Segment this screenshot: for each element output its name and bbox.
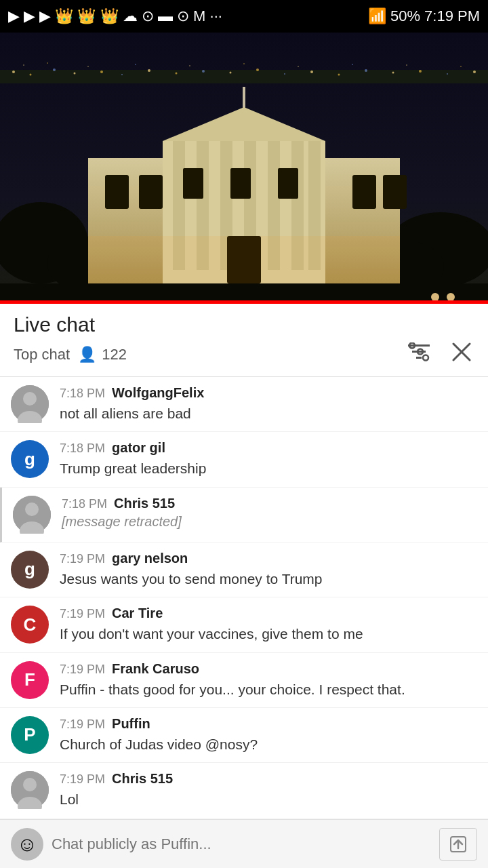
avatar: [11, 771, 49, 809]
video-progress-bar: [0, 300, 488, 304]
person-icon: 👤: [78, 346, 96, 363]
svg-rect-1: [0, 70, 488, 83]
message-text: Puffin - thats good for you... your choi…: [60, 682, 405, 697]
emoji-icon: ☺: [17, 833, 38, 856]
svg-rect-46: [105, 175, 129, 209]
chat-title: Live chat: [14, 313, 474, 336]
message-time: 7:19 PM: [60, 717, 105, 732]
svg-point-73: [23, 778, 37, 791]
svg-point-15: [338, 74, 340, 76]
viewer-count: 122: [102, 346, 127, 363]
svg-point-27: [298, 66, 299, 67]
message-text: Trump great leadership: [60, 460, 206, 476]
chat-message: 7:18 PM WolfgangFelix not all aliens are…: [0, 377, 488, 432]
message-body: 7:19 PM Car Tire If you don't want your …: [60, 606, 477, 644]
message-author: gator gil: [112, 440, 165, 456]
avatar: F: [11, 661, 49, 699]
message-text: Jesus wants you to send money to Trump: [60, 571, 323, 587]
svg-point-63: [423, 355, 428, 361]
svg-rect-47: [139, 175, 163, 209]
chat-header: Live chat Top chat 👤 122: [0, 304, 488, 377]
chat-message: g 7:19 PM gary nelson Jesus wants you to…: [0, 542, 488, 597]
chat-message: 7:18 PM Chris 515 [message retracted]: [0, 488, 488, 542]
chat-message: g 7:18 PM gator gil Trump great leadersh…: [0, 432, 488, 487]
svg-point-3: [30, 74, 32, 76]
svg-point-8: [148, 69, 150, 72]
svg-rect-60: [416, 357, 422, 359]
svg-point-14: [310, 71, 313, 73]
svg-point-26: [243, 63, 245, 64]
message-time: 7:18 PM: [62, 497, 107, 511]
svg-point-10: [202, 70, 205, 73]
status-bar: ▶ ▶ ▶ 👑 👑 👑 ☁ ⊙ ▬ ⊙ M ··· 📶 50% 7:19 PM: [0, 0, 488, 33]
message-body: 7:18 PM Chris 515 [message retracted]: [62, 496, 477, 530]
message-body: 7:19 PM Frank Caruso Puffin - thats good…: [60, 661, 477, 699]
filter-button[interactable]: [405, 340, 432, 369]
message-time: 7:19 PM: [60, 607, 105, 621]
message-text: Church of Judas video @nosy?: [60, 736, 258, 752]
message-author: gary nelson: [112, 551, 188, 566]
message-time: 7:18 PM: [60, 441, 105, 456]
message-text: Lol: [60, 791, 79, 807]
svg-point-20: [473, 71, 476, 73]
svg-point-7: [121, 74, 123, 75]
avatar: [13, 496, 51, 534]
chat-input-bar: ☺: [0, 819, 488, 868]
svg-point-24: [135, 64, 136, 65]
svg-point-13: [284, 73, 285, 75]
notification-icons: ▶ ▶ ▶ 👑 👑 👑 ☁ ⊙ ▬ ⊙ M ···: [8, 7, 222, 25]
svg-rect-58: [408, 344, 430, 347]
svg-point-21: [23, 64, 24, 66]
svg-rect-50: [183, 168, 203, 199]
svg-point-23: [87, 66, 89, 67]
avatar: C: [11, 606, 49, 644]
chat-input[interactable]: [52, 828, 431, 861]
message-author: Frank Caruso: [112, 661, 199, 677]
svg-point-12: [256, 68, 259, 71]
message-text: [message retracted]: [62, 514, 182, 529]
svg-point-30: [460, 66, 462, 67]
svg-point-18: [419, 70, 422, 73]
message-author: Car Tire: [112, 606, 163, 621]
svg-point-28: [352, 64, 353, 65]
chat-mode-label[interactable]: Top chat: [14, 346, 70, 363]
chat-messages-list: 7:18 PM WolfgangFelix not all aliens are…: [0, 377, 488, 867]
svg-point-5: [74, 73, 76, 75]
chat-message: F 7:19 PM Frank Caruso Puffin - thats go…: [0, 653, 488, 708]
svg-rect-55: [88, 236, 400, 283]
battery-text: 50%: [390, 7, 420, 25]
svg-point-2: [12, 71, 15, 73]
time-display: 7:19 PM: [424, 7, 480, 25]
svg-point-22: [47, 62, 48, 64]
svg-point-9: [176, 73, 178, 75]
message-body: 7:18 PM WolfgangFelix not all aliens are…: [60, 385, 477, 423]
message-time: 7:19 PM: [60, 663, 105, 677]
svg-point-70: [25, 502, 39, 516]
svg-point-17: [392, 72, 394, 74]
video-player[interactable]: [0, 33, 488, 304]
emoji-button[interactable]: ☺: [11, 828, 43, 861]
svg-point-67: [23, 392, 37, 406]
svg-point-25: [189, 65, 190, 66]
message-author: Chris 515: [114, 496, 175, 511]
status-icons-right: 📶 50% 7:19 PM: [368, 7, 480, 25]
message-author: Puffin: [112, 716, 150, 732]
message-body: 7:19 PM gary nelson Jesus wants you to s…: [60, 551, 477, 589]
svg-rect-49: [383, 175, 407, 209]
message-body: 7:18 PM gator gil Trump great leadership: [60, 440, 477, 478]
svg-rect-52: [278, 168, 298, 199]
svg-point-29: [406, 64, 407, 66]
message-author: WolfgangFelix: [112, 385, 204, 401]
close-button[interactable]: [449, 339, 474, 370]
avatar: g: [11, 440, 49, 478]
chat-message: C 7:19 PM Car Tire If you don't want you…: [0, 597, 488, 652]
avatar: g: [11, 551, 49, 589]
send-button[interactable]: [439, 828, 477, 861]
message-time: 7:19 PM: [60, 552, 105, 566]
message-time: 7:18 PM: [60, 387, 105, 401]
message-time: 7:19 PM: [60, 772, 105, 787]
message-text: If you don't want your vaccines, give th…: [60, 626, 363, 642]
avatar: P: [11, 716, 49, 754]
chat-message: P 7:19 PM Puffin Church of Judas video @…: [0, 708, 488, 763]
wifi-icon: 📶: [368, 7, 386, 25]
